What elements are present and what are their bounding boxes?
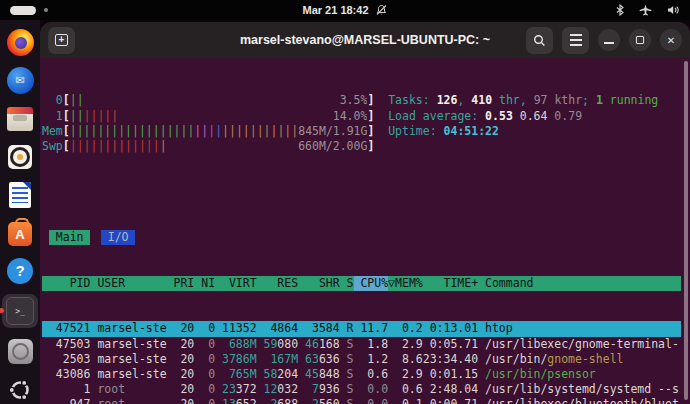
clock-menu[interactable]: Mar 21 18:42	[302, 4, 387, 16]
info-line: Load average: 0.53 0.64 0.79	[388, 109, 658, 124]
dock-item-disks[interactable]	[2, 337, 38, 366]
process-row-1[interactable]: 1root20023372120327936S0.0 0.62:48.04/us…	[42, 382, 681, 397]
volume-icon	[667, 4, 680, 16]
close-icon: ✕	[667, 35, 675, 46]
terminal-scrollbar[interactable]	[684, 61, 688, 400]
software-store-icon: A	[8, 222, 32, 246]
minimize-button[interactable]	[598, 29, 620, 51]
search-button[interactable]	[526, 27, 553, 54]
column-header-arrow[interactable]: ▽	[388, 276, 395, 291]
dock-item-help[interactable]: ?	[2, 256, 38, 285]
dock-item-ubuntu-apps[interactable]	[2, 375, 38, 404]
dock: ✉ A ? >_	[0, 20, 40, 404]
top-bar: Mar 21 18:42	[0, 0, 690, 20]
htop-meters: 0[||3.5%]1[|||||||14.0%]Mem[||||||||||||…	[42, 93, 374, 154]
column-header-virt[interactable]: VIRT	[215, 276, 257, 291]
column-header-pri[interactable]: PRI	[167, 276, 195, 291]
column-header-s[interactable]: S	[340, 276, 354, 291]
dock-item-software-store[interactable]: A	[2, 218, 38, 247]
workspace-pill-active-icon	[10, 6, 36, 15]
terminal-icon: >_	[6, 297, 34, 325]
airplane-mode-icon	[639, 4, 652, 16]
swp-meter: Swp[||||||||||||||660M/2.00G]	[42, 139, 374, 154]
new-tab-button[interactable]	[48, 27, 75, 54]
column-header-cpu[interactable]: CPU%	[354, 276, 389, 291]
process-table: 47521marsel-ste2001135248643584R11.7 0.2…	[42, 321, 681, 404]
dock-item-rhythmbox[interactable]	[2, 142, 38, 171]
process-row-47503[interactable]: 47503marsel-ste200688M5908046168S1.8 2.9…	[42, 337, 681, 352]
maximize-button[interactable]	[629, 29, 651, 51]
firefox-icon	[7, 29, 34, 56]
info-line: Uptime: 04:51:22	[388, 124, 658, 139]
dock-item-libreoffice-writer[interactable]	[2, 180, 38, 209]
thunderbird-icon: ✉	[7, 67, 34, 94]
window-header: marsel-stevano@MARSEL-UBUNTU-PC: ~ ✕	[40, 22, 690, 58]
running-indicator-dot	[0, 308, 4, 313]
minimize-icon	[604, 42, 614, 44]
workspace-dot-icon	[44, 8, 48, 12]
info-line: Tasks: 126, 410 thr, 97 kthr; 1 running	[388, 93, 658, 108]
help-icon: ?	[7, 258, 33, 284]
menu-button[interactable]	[562, 27, 589, 54]
dock-item-firefox[interactable]	[2, 28, 38, 57]
maximize-icon	[636, 36, 644, 44]
files-icon	[7, 111, 33, 131]
clock-label: Mar 21 18:42	[302, 4, 368, 16]
column-header-time[interactable]: TIME+	[423, 276, 478, 291]
tab-main[interactable]: Main	[49, 230, 91, 245]
process-row-2503[interactable]: 2503marsel-ste2003786M167M63636S1.2 8.62…	[42, 352, 681, 367]
cpu1-meter: 1[|||||||14.0%]	[42, 109, 374, 124]
process-table-header: PIDUSERPRINIVIRTRESSHRSCPU%▽MEM%TIME+Com…	[42, 276, 681, 291]
column-header-res[interactable]: RES	[257, 276, 299, 291]
bluetooth-icon	[616, 4, 624, 16]
rhythmbox-icon	[8, 145, 32, 169]
window-title: marsel-stevano@MARSEL-UBUNTU-PC: ~	[240, 33, 490, 47]
mem-meter: Mem[|||||||||||||||||||||||||||||||||845…	[42, 124, 374, 139]
disks-icon	[8, 339, 33, 364]
cpu0-meter: 0[||3.5%]	[42, 93, 374, 108]
column-header-cmd[interactable]: Command	[478, 276, 681, 291]
system-status-area[interactable]	[616, 4, 680, 16]
htop-screen: 0[||3.5%]1[|||||||14.0%]Mem[||||||||||||…	[42, 58, 681, 404]
new-tab-icon	[55, 34, 68, 46]
column-header-shr[interactable]: SHR	[298, 276, 340, 291]
column-header-mem[interactable]: MEM%	[395, 276, 423, 291]
tab-io[interactable]: I/O	[101, 230, 136, 245]
libreoffice-writer-icon	[9, 182, 31, 208]
workspace-indicator[interactable]	[10, 6, 48, 15]
hamburger-menu-icon	[570, 39, 582, 41]
process-row-47521[interactable]: 47521marsel-ste2001135248643584R11.7 0.2…	[42, 321, 681, 336]
terminal-window: marsel-stevano@MARSEL-UBUNTU-PC: ~ ✕ 0[|…	[40, 22, 690, 404]
dock-item-files[interactable]	[2, 104, 38, 133]
process-row-43086[interactable]: 43086marsel-ste200765M5820445848S0.6 2.9…	[42, 367, 681, 382]
desktop: Mar 21 18:42 ✉ A	[0, 0, 690, 404]
blank-line	[42, 185, 681, 200]
do-not-disturb-bell-icon	[376, 4, 388, 16]
column-header-ni[interactable]: NI	[194, 276, 215, 291]
column-header-pid[interactable]: PID	[42, 276, 90, 291]
htop-tabs: MainI/O	[42, 230, 681, 245]
process-row-947[interactable]: 947root2001365226882560S0.0 0.10:00.71/u…	[42, 397, 681, 404]
dock-item-terminal[interactable]: >_	[2, 294, 38, 328]
column-header-user[interactable]: USER	[97, 276, 166, 291]
dock-item-thunderbird[interactable]: ✉	[2, 66, 38, 95]
ubuntu-logo-icon	[7, 377, 33, 403]
close-button[interactable]: ✕	[660, 29, 682, 51]
htop-info-lines: Tasks: 126, 410 thr, 97 kthr; 1 runningL…	[388, 93, 658, 154]
search-icon	[533, 34, 546, 47]
